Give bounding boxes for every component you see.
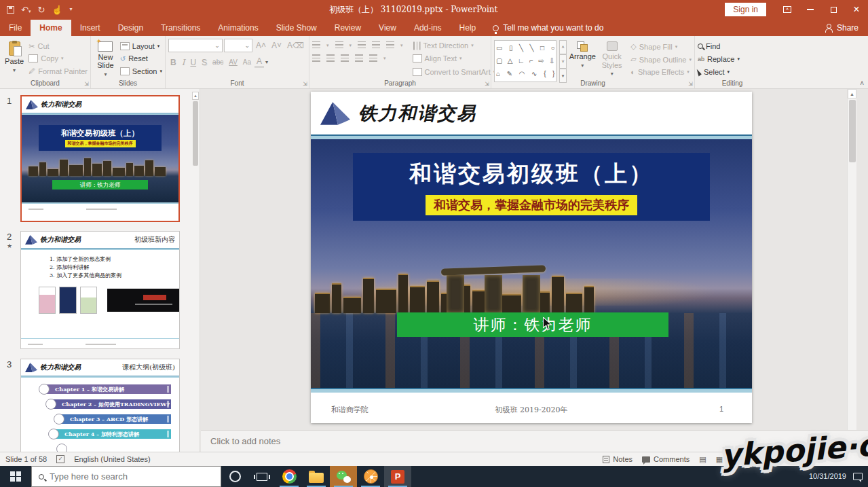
font-color-button[interactable]: A	[254, 56, 264, 68]
align-right-icon[interactable]	[341, 54, 349, 62]
character-spacing-button[interactable]: AV	[227, 58, 240, 66]
paste-button[interactable]: Paste ▾	[3, 39, 26, 77]
canvas-scrollbar[interactable]: ▲ ▲▼	[847, 89, 856, 452]
line-spacing-icon[interactable]	[386, 41, 394, 49]
align-text-button[interactable]: Align Text▾	[413, 53, 496, 64]
font-color-dropdown-icon[interactable]: ▾	[265, 59, 268, 65]
new-slide-dropdown-icon[interactable]: ▾	[104, 71, 107, 77]
shape-effects-button[interactable]: ◐Shape Effects▾	[630, 67, 692, 77]
share-button[interactable]: Share	[815, 20, 868, 36]
ribbon-display-options-button[interactable]: ˄	[776, 0, 799, 19]
notes-toggle-button[interactable]: Notes	[603, 455, 633, 463]
comments-toggle-button[interactable]: Comments	[642, 455, 690, 463]
paragraph-dialog-launcher[interactable]: ⇲	[485, 81, 489, 87]
font-name-select[interactable]: ⌄	[168, 39, 223, 52]
spell-check-icon[interactable]: ✓	[56, 455, 64, 463]
scrollbar-thumb[interactable]	[849, 100, 856, 162]
replace-button[interactable]: abReplace▾	[698, 54, 740, 64]
taskbar-date[interactable]: 10/31/2019	[809, 472, 846, 480]
thumbnail-scrollbar[interactable]: ▲	[192, 92, 199, 449]
scroll-up-icon[interactable]: ▲	[192, 92, 199, 100]
tab-slideshow[interactable]: Slide Show	[267, 20, 326, 36]
tab-view[interactable]: View	[370, 20, 405, 36]
bullets-icon[interactable]	[312, 41, 320, 49]
convert-smartart-button[interactable]: Convert to SmartArt▾	[413, 67, 496, 77]
layout-button[interactable]: Layout▾	[120, 40, 162, 52]
section-button[interactable]: Section▾	[120, 65, 162, 77]
undo-icon[interactable]: ↶▾	[21, 5, 31, 14]
file-explorer-button[interactable]	[303, 466, 330, 487]
drawing-dialog-launcher[interactable]: ⇲	[688, 81, 693, 87]
tab-home[interactable]: Home	[31, 20, 71, 36]
slide-subtitle-text[interactable]: 和谐交易，掌握金融市场的完美秩序	[426, 195, 637, 215]
slide-brand-text[interactable]: 铁力和谐交易	[358, 101, 476, 126]
reset-button[interactable]: ↺Reset	[120, 52, 162, 65]
cortana-button[interactable]	[221, 466, 248, 487]
touch-mouse-mode-icon[interactable]: ☝	[52, 5, 62, 14]
customize-qat-icon[interactable]: ▾	[70, 7, 73, 12]
tell-me-box[interactable]: Tell me what you want to do	[485, 20, 611, 36]
scrollbar-thumb[interactable]	[193, 101, 198, 166]
task-view-button[interactable]	[248, 466, 276, 487]
search-input[interactable]	[50, 471, 206, 482]
slide-title-text[interactable]: 和谐交易初级班（上）	[409, 159, 654, 190]
footer-center-text[interactable]: 初级班 2019-2020年	[311, 405, 752, 415]
tab-file[interactable]: File	[0, 20, 31, 36]
slide-header[interactable]: 铁力和谐交易	[311, 92, 752, 134]
close-button[interactable]: ×	[845, 0, 868, 19]
notes-placeholder[interactable]: Click to add notes	[210, 436, 280, 446]
thumbnail-slide-2[interactable]: 铁力和谐交易 初级班新内容 1. 添加了全新的形态案例 2. 添加特利讲解 3.…	[20, 231, 180, 349]
clipboard-dialog-launcher[interactable]: ⇲	[84, 81, 89, 87]
increase-font-icon[interactable]: A˄	[254, 41, 268, 50]
cut-button[interactable]: ✂Cut	[29, 40, 88, 52]
change-case-button[interactable]: Aa	[241, 58, 253, 66]
language-indicator[interactable]: English (United States)	[74, 455, 151, 463]
align-center-icon[interactable]	[326, 54, 335, 62]
tab-help[interactable]: Help	[451, 20, 485, 36]
sign-in-button[interactable]: Sign in	[725, 3, 766, 16]
bold-button[interactable]: B	[168, 58, 178, 67]
copy-button[interactable]: Copy▾	[29, 52, 88, 65]
notification-icon[interactable]	[853, 473, 863, 480]
decrease-font-icon[interactable]: A˅	[269, 41, 284, 50]
slide-thumbnail-panel[interactable]: 1 铁力和谐交易 和谐交易初级班（上） 和谐交易，掌握金融市场的完美秩序 讲师：…	[0, 89, 200, 452]
tab-insert[interactable]: Insert	[71, 20, 109, 36]
clear-formatting-icon[interactable]: A⌫	[285, 41, 306, 50]
text-shadow-button[interactable]: S	[200, 58, 209, 67]
slide-editor[interactable]: 铁力和谐交易 和谐交易初级班（上） 和谐交易，掌握金融市场的完美秩序 讲师：铁力…	[311, 92, 752, 423]
align-left-icon[interactable]	[312, 54, 320, 62]
slide-canvas[interactable]: 铁力和谐交易 和谐交易初级班（上） 和谐交易，掌握金融市场的完美秩序 讲师：铁力…	[201, 89, 856, 452]
scroll-up-icon[interactable]: ▲	[848, 89, 856, 98]
shape-outline-button[interactable]: ▱Shape Outline▾	[630, 54, 692, 65]
save-icon[interactable]	[7, 6, 14, 14]
decrease-indent-icon[interactable]	[358, 41, 366, 49]
underline-button[interactable]: U	[188, 58, 198, 67]
start-button[interactable]	[0, 466, 31, 487]
tab-transitions[interactable]: Transitions	[152, 20, 209, 36]
font-size-select[interactable]: ⌄	[224, 39, 252, 52]
italic-button[interactable]: I	[180, 58, 187, 67]
arrange-button[interactable]: Arrange ▾	[569, 39, 596, 77]
tab-design[interactable]: Design	[109, 20, 152, 36]
taskbar-search[interactable]	[31, 466, 221, 487]
orange-app-button[interactable]	[357, 466, 384, 487]
shapes-gallery-scroll[interactable]: ˄˅▾	[559, 40, 566, 82]
thumbnail-slide-3[interactable]: 铁力和谐交易 课程大纲(初级班) Chapter 1 – 和谐交易讲解 Chap…	[20, 359, 180, 452]
title-textbox[interactable]: 和谐交易初级班（上） 和谐交易，掌握金融市场的完美秩序	[353, 153, 710, 221]
minimize-button[interactable]	[799, 0, 822, 19]
collapse-ribbon-icon[interactable]: ˄	[860, 79, 864, 87]
normal-view-button[interactable]: ▤	[699, 455, 706, 464]
numbering-icon[interactable]	[335, 41, 343, 49]
new-slide-button[interactable]: New Slide ▾	[94, 39, 117, 77]
strikethrough-button[interactable]: abc	[210, 58, 225, 66]
restore-button[interactable]	[822, 0, 845, 19]
chrome-taskbar-button[interactable]	[276, 466, 303, 487]
increase-indent-icon[interactable]	[372, 41, 380, 49]
columns-icon[interactable]	[369, 54, 377, 62]
shape-fill-button[interactable]: ◇Shape Fill▾	[630, 41, 692, 52]
tab-addins[interactable]: Add-ins	[405, 20, 451, 36]
select-button[interactable]: Select▾	[698, 67, 740, 77]
find-button[interactable]: Find	[698, 41, 740, 51]
paste-dropdown-icon[interactable]: ▾	[13, 67, 16, 73]
powerpoint-taskbar-button[interactable]: P	[384, 466, 411, 487]
